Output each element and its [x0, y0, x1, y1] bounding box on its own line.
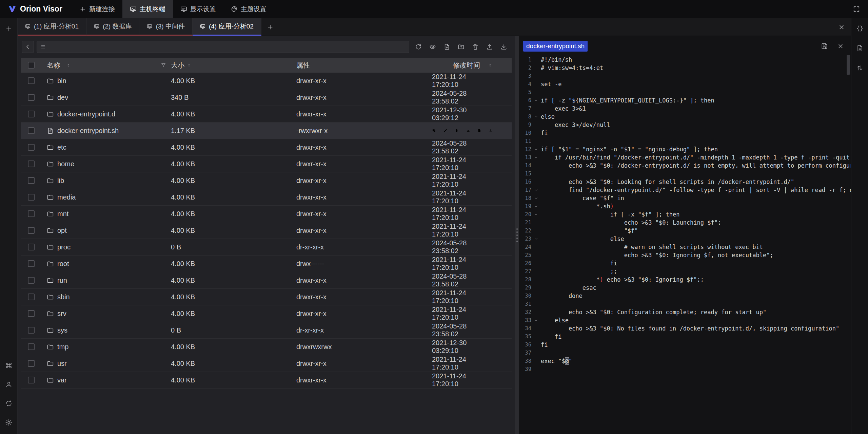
table-row[interactable]: run 4.00 KB drwxr-xr-x 2024-05-28 23:58:… [21, 272, 512, 289]
download-icon[interactable] [466, 127, 470, 134]
row-checkbox[interactable] [28, 194, 35, 201]
sort-icon[interactable] [66, 63, 71, 68]
code-line[interactable]: 17 find "/docker-entrypoint.d/" -follow … [519, 186, 851, 194]
code-line[interactable]: 36 fi [519, 341, 851, 349]
file-name[interactable]: etc [57, 144, 66, 151]
code-line[interactable]: 9 exec 3>/dev/null [519, 121, 851, 129]
fullscreen-icon[interactable] [850, 3, 863, 15]
code-line[interactable]: 35 fi [519, 333, 851, 341]
fold-chevron-icon[interactable] [531, 153, 541, 162]
code-line[interactable]: 2 # vim:sw=4:ts=4:et [519, 64, 851, 72]
row-checkbox[interactable] [28, 310, 35, 317]
code-line[interactable]: 23 else [519, 235, 851, 243]
close-panel-button[interactable] [832, 18, 851, 36]
table-row[interactable]: tmp 4.00 KB drwxrwxrwx 2021-12-30 03:29:… [21, 339, 512, 355]
table-row[interactable]: dev 340 B drwxr-xr-x 2024-05-28 23:58:02 [21, 89, 512, 106]
column-modified[interactable]: 修改时间 [453, 61, 480, 70]
settings-icon[interactable] [3, 416, 15, 429]
row-checkbox[interactable] [28, 94, 35, 101]
braces-icon[interactable] [854, 22, 866, 35]
table-row[interactable]: root 4.00 KB drwx------ 2021-11-24 17:20… [21, 256, 512, 272]
panel-splitter[interactable] [515, 36, 519, 434]
row-checkbox[interactable] [28, 377, 35, 383]
fold-chevron-icon[interactable] [531, 235, 541, 243]
file-name[interactable]: bin [57, 77, 66, 85]
table-row[interactable]: lib 4.00 KB drwxr-xr-x 2021-11-24 17:20:… [21, 172, 512, 189]
file-name[interactable]: sys [57, 326, 67, 334]
file-name[interactable]: tmp [57, 343, 68, 351]
row-checkbox[interactable] [28, 144, 35, 151]
nav-item-theme-settings[interactable]: 主题设置 [223, 0, 274, 18]
row-checkbox[interactable] [28, 327, 35, 334]
fold-chevron-icon[interactable] [531, 210, 541, 219]
file-name[interactable]: var [57, 376, 67, 384]
file-name[interactable]: dev [57, 94, 68, 101]
row-checkbox[interactable] [28, 343, 35, 350]
code-line[interactable]: 8 else [519, 113, 851, 121]
nav-item-new-connection[interactable]: 新建连接 [72, 0, 122, 18]
table-row[interactable]: opt 4.00 KB drwxr-xr-x 2021-11-24 17:20:… [21, 222, 512, 239]
table-row[interactable]: docker-entrypoint.d 4.00 KB drwxr-xr-x 2… [21, 106, 512, 122]
sort-icon[interactable] [186, 63, 192, 68]
column-name[interactable]: 名称 [47, 61, 60, 70]
code-line[interactable]: 24 # warn on shell scripts without exec … [519, 243, 851, 251]
table-row[interactable]: srv 4.00 KB drwxr-xr-x 2021-11-24 17:20:… [21, 305, 512, 322]
code-line[interactable]: 1 #!/bin/sh [519, 56, 851, 64]
code-editor[interactable]: 1 #!/bin/sh 2 # vim:sw=4:ts=4:et 3 4 set… [519, 54, 851, 434]
fold-chevron-icon[interactable] [531, 316, 541, 324]
row-checkbox[interactable] [28, 294, 35, 300]
table-row[interactable]: proc 0 B dr-xr-xr-x 2024-05-28 23:58:02 [21, 239, 512, 256]
preview-button[interactable] [426, 41, 439, 53]
table-row[interactable]: usr 4.00 KB drwxr-xr-x 2021-11-24 17:20:… [21, 355, 512, 372]
path-input[interactable] [48, 43, 406, 51]
row-checkbox[interactable] [28, 210, 35, 217]
code-line[interactable]: 27 ;; [519, 267, 851, 276]
code-line[interactable]: 12 if [ "$1" = "nginx" -o "$1" = "nginx-… [519, 145, 851, 153]
file-name[interactable]: docker-entrypoint.sh [57, 127, 119, 135]
edit-icon[interactable] [443, 127, 448, 134]
row-checkbox[interactable] [28, 260, 35, 267]
file-name[interactable]: opt [57, 227, 67, 234]
upload-button[interactable] [483, 41, 496, 53]
editor-filename[interactable]: docker-entrypoint.sh [523, 41, 588, 52]
delete-button[interactable] [469, 41, 482, 53]
fold-chevron-icon[interactable] [531, 186, 541, 194]
code-line[interactable]: 20 if [ -x "$f" ]; then [519, 210, 851, 219]
row-checkbox[interactable] [28, 111, 35, 117]
file-name[interactable]: home [57, 160, 74, 168]
row-checkbox[interactable] [28, 227, 35, 234]
row-checkbox[interactable] [28, 277, 35, 284]
table-row[interactable]: sys 0 B dr-xr-xr-x 2024-05-28 23:58:02 [21, 322, 512, 339]
download-button[interactable] [497, 41, 510, 53]
column-size[interactable]: 大小 [171, 61, 184, 70]
code-line[interactable]: 14 echo >&3 "$0: /docker-entrypoint.d/ i… [519, 162, 851, 170]
table-row[interactable]: sbin 4.00 KB drwxr-xr-x 2021-11-24 17:20… [21, 289, 512, 305]
code-line[interactable]: 16 echo >&3 "$0: Looking for shell scrip… [519, 178, 851, 186]
fold-chevron-icon[interactable] [531, 145, 541, 153]
row-checkbox[interactable] [28, 127, 35, 134]
select-all-checkbox[interactable] [28, 62, 35, 69]
file-name[interactable]: run [57, 277, 67, 284]
nav-item-host-terminal[interactable]: 主机终端 [122, 0, 173, 18]
brand[interactable]: Orion Visor [0, 0, 72, 18]
document-icon[interactable] [854, 42, 866, 54]
code-line[interactable]: 11 [519, 137, 851, 145]
file-name[interactable]: lib [57, 177, 64, 185]
code-line[interactable]: 10 fi [519, 129, 851, 137]
code-line[interactable]: 5 [519, 88, 851, 96]
code-line[interactable]: 18 case "$f" in [519, 194, 851, 202]
file-name[interactable]: usr [57, 360, 67, 367]
user-icon[interactable] [3, 378, 15, 391]
code-line[interactable]: 38 exec "$@" [519, 357, 851, 365]
code-line[interactable]: 7 exec 3>&1 [519, 105, 851, 113]
code-line[interactable]: 30 done [519, 292, 851, 300]
table-row[interactable]: var 4.00 KB drwxr-xr-x 2021-11-24 17:20:… [21, 372, 512, 389]
row-checkbox[interactable] [28, 244, 35, 250]
command-icon[interactable] [3, 359, 15, 372]
back-button[interactable] [22, 41, 34, 53]
code-line[interactable]: 28 *) echo >&3 "$0: Ignoring $f";; [519, 276, 851, 284]
row-checkbox[interactable] [28, 177, 35, 184]
table-row[interactable]: etc 4.00 KB drwxr-xr-x 2024-05-28 23:58:… [21, 139, 512, 156]
file-name[interactable]: root [57, 260, 69, 268]
fold-chevron-icon[interactable] [531, 113, 541, 121]
